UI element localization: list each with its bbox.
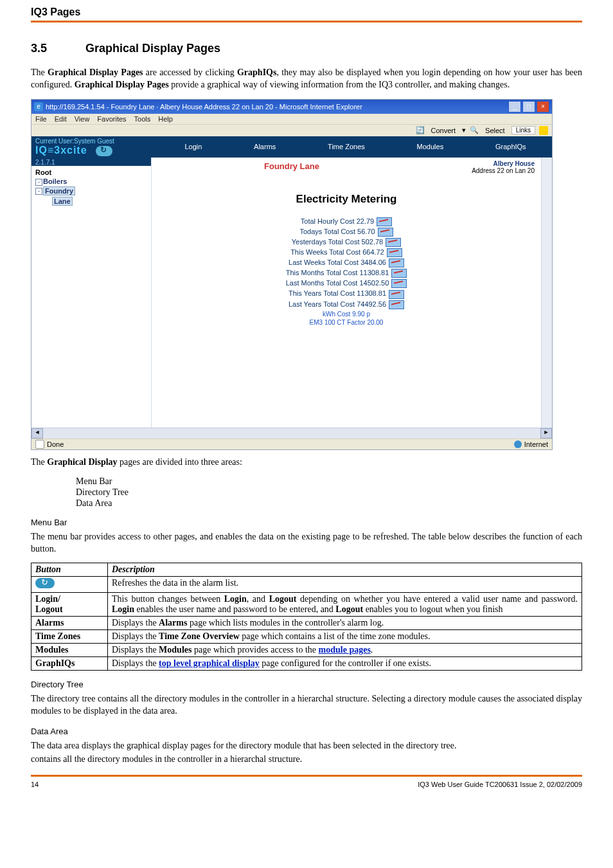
toolbar-convert[interactable]: Convert [429,127,459,134]
tree-lane[interactable]: Lane [35,197,151,206]
browser-toolbar: 🔄Convert ▾ 🔍Select Links [31,124,552,136]
cell-alarms-desc: Displays the Alarms page which lists mod… [108,617,582,630]
window-titlebar: e http://169.254.1.54 - Foundry Lane · A… [31,100,552,114]
intro-paragraph: The Graphical Display Pages are accessed… [31,67,582,91]
collapse-icon[interactable]: - [35,179,42,186]
area-item: Data Area [76,498,582,509]
directory-tree: 2.1.7.1 Root - Boilers - Foundry Lane [31,158,152,428]
table-row: Modules Displays the Modules page which … [31,644,582,657]
metric-extra[interactable]: kWh Cost 9.90 p [188,311,505,318]
table-row: GraphIQs Displays the top level graphica… [31,657,582,671]
section-heading: 3.5 Graphical Display Pages [31,42,582,55]
close-button[interactable]: × [537,101,549,113]
module-pages-link[interactable]: module pages [319,645,371,655]
status-zone: Internet [524,440,548,448]
table-row: Refreshes the data in the alarm list. [31,577,582,593]
location-title: Foundry Lane [152,158,432,175]
internet-icon [514,440,522,448]
toolbar-select[interactable]: Select [483,127,508,134]
collapse-icon[interactable]: - [35,188,42,195]
cell-graphiqs-button: GraphIQs [31,657,108,671]
cell-login-desc: This button changes between Login, and L… [108,593,582,617]
metric-extra[interactable]: EM3 100 CT Factor 20.00 [188,319,505,326]
nav-alarms[interactable]: Alarms [254,143,276,150]
cell-alarms-button: Alarms [31,617,108,630]
nav-login[interactable]: Login [184,143,202,150]
nav-modules[interactable]: Modules [417,143,444,150]
dataarea-text: The data area displays the graphical dis… [31,740,582,752]
chart-icon[interactable] [391,279,407,288]
chart-icon[interactable] [378,228,393,237]
cell-refresh-button [31,577,108,593]
cell-timezones-desc: Displays the Time Zone Overview page whi… [108,630,582,644]
minimize-button[interactable]: _ [508,101,521,113]
toolbar-links[interactable]: Links [511,126,535,134]
done-icon [35,440,44,449]
status-bar: Done Internet [31,439,552,449]
tree-boilers[interactable]: - Boilers [35,177,151,185]
section-title: Graphical Display Pages [85,42,220,55]
chart-icon[interactable] [387,248,402,257]
dataarea-text2: contains all the directory modules in th… [31,754,582,766]
menu-help[interactable]: Help [158,115,173,123]
refresh-icon[interactable] [96,146,112,156]
table-row: Time Zones Displays the Time Zone Overvi… [31,630,582,644]
metric-row: Todays Total Cost 56.70 [188,228,505,237]
cell-timezones-button: Time Zones [31,630,108,644]
chart-icon[interactable] [389,300,404,309]
chart-icon[interactable] [391,269,407,278]
scroll-left-icon[interactable]: ◄ [31,428,43,439]
dirtree-text: The directory tree contains all the dire… [31,693,582,718]
metric-row: Last Months Total Cost 14502.50 [188,279,505,288]
chart-icon[interactable] [377,217,392,226]
areas-list: Menu Bar Directory Tree Data Area [76,476,582,509]
menubar-text: The menu bar provides access to other pa… [31,531,582,556]
table-header-description: Description [108,563,582,577]
area-item: Directory Tree [76,487,582,498]
metric-row: This Years Total Cost 11308.81 [188,289,505,298]
menu-tools[interactable]: Tools [134,115,151,123]
nav-timezones[interactable]: Time Zones [328,143,365,150]
location-address: Albery House Address 22 on Lan 20 [432,158,541,175]
metric-row: Yesterdays Total Cost 502.78 [188,238,505,247]
tree-root[interactable]: Root [35,168,151,176]
table-row: Login/Logout This button changes between… [31,593,582,617]
current-user-label: Current User:System Guest [35,138,155,145]
fav-icon[interactable] [539,126,548,135]
vertical-scrollbar[interactable] [541,158,552,428]
app-nav: Current User:System Guest IQ≡3xcite Logi… [31,136,552,158]
areas-intro: The Graphical Display pages are divided … [31,457,582,469]
browser-menubar: File Edit View Favorites Tools Help [31,114,552,124]
page-footer: 14 IQ3 Web User Guide TC200631 Issue 2, … [31,775,582,788]
horizontal-scrollbar[interactable]: ◄ ► [31,428,552,439]
metric-row: Last Weeks Total Cost 3484.06 [188,258,505,267]
browser-screenshot: e http://169.254.1.54 - Foundry Lane · A… [31,99,553,450]
refresh-icon [35,578,55,588]
chart-icon[interactable] [386,238,401,247]
cell-modules-button: Modules [31,644,108,657]
table-row: Alarms Displays the Alarms page which li… [31,617,582,630]
menu-view[interactable]: View [75,115,90,123]
menu-file[interactable]: File [35,115,47,123]
menu-favorites[interactable]: Favorites [97,115,126,123]
chart-icon[interactable] [389,258,404,267]
metric-row: Last Years Total Cost 74492.56 [188,300,505,309]
button-description-table: Button Description Refreshes the data in… [31,563,582,671]
ie-icon: e [34,102,43,111]
status-done: Done [47,440,64,448]
data-area: Foundry Lane Albery House Address 22 on … [152,158,541,428]
cell-modules-desc: Displays the Modules page which provides… [108,644,582,657]
maximize-button[interactable]: □ [522,101,535,113]
nav-graphiqs[interactable]: GraphIQs [495,143,526,150]
tree-foundry[interactable]: - Foundry [35,186,151,195]
chart-icon[interactable] [389,290,404,299]
sidebar-address: 2.1.7.1 [31,158,151,166]
window-title: http://169.254.1.54 - Foundry Lane · Alb… [46,103,362,111]
area-item: Menu Bar [76,476,582,487]
top-level-display-link[interactable]: top level graphical display [159,658,260,668]
menubar-heading: Menu Bar [31,518,582,527]
footer-page-number: 14 [31,781,57,788]
metering-panel: Electricity Metering Total Hourly Cost 2… [177,186,515,347]
menu-edit[interactable]: Edit [55,115,67,123]
scroll-right-icon[interactable]: ► [540,428,552,439]
